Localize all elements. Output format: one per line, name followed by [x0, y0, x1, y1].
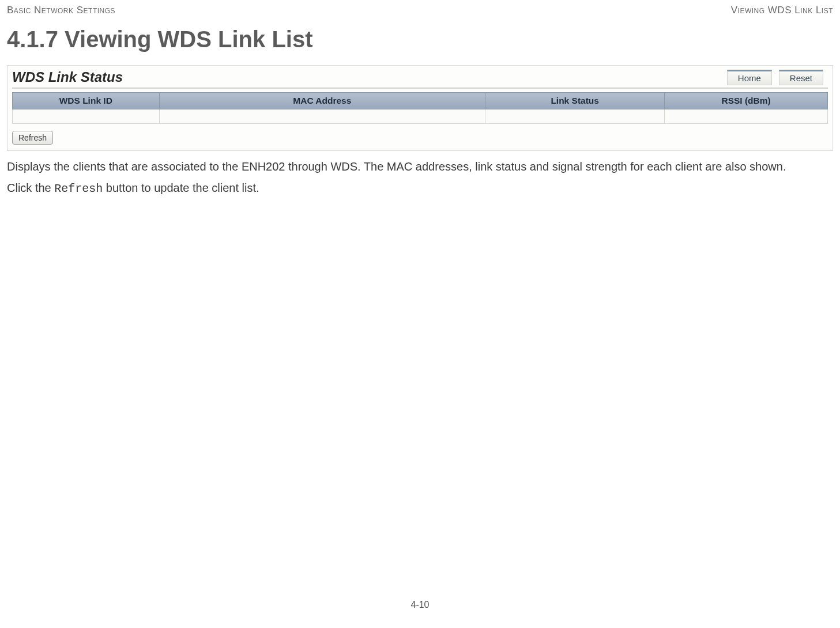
reset-button[interactable]: Reset	[779, 70, 823, 85]
instruction-post: button to update the client list.	[103, 181, 259, 194]
table-row	[13, 109, 828, 124]
panel-title: WDS Link Status	[12, 69, 123, 85]
instruction-paragraph: Click the Refresh button to update the c…	[7, 180, 833, 196]
refresh-code: Refresh	[54, 182, 103, 195]
refresh-button[interactable]: Refresh	[12, 131, 53, 145]
wds-table: WDS Link ID MAC Address Link Status RSSI…	[12, 92, 828, 124]
col-wds-link-id: WDS Link ID	[13, 93, 160, 109]
divider	[12, 88, 828, 89]
col-link-status: Link Status	[485, 93, 665, 109]
page-title: 4.1.7 Viewing WDS Link List	[7, 27, 833, 52]
col-mac-address: MAC Address	[159, 93, 485, 109]
description-paragraph: Displays the clients that are associated…	[7, 159, 833, 175]
running-head-left: Basic Network Settings	[7, 5, 115, 16]
page-number: 4-10	[7, 600, 833, 610]
home-button[interactable]: Home	[727, 70, 772, 85]
running-head-right: Viewing WDS Link List	[731, 5, 833, 16]
instruction-pre: Click the	[7, 181, 54, 194]
wds-screenshot: WDS Link Status Home Reset WDS Link ID M…	[7, 65, 833, 151]
col-rssi: RSSI (dBm)	[665, 93, 828, 109]
